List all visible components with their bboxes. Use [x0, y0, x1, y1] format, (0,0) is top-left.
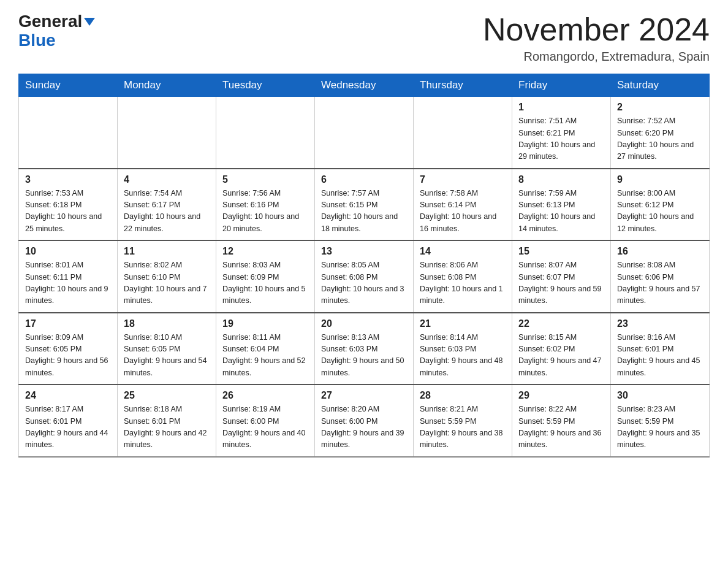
calendar-cell — [315, 97, 414, 169]
day-number: 12 — [222, 246, 308, 257]
calendar-cell: 13Sunrise: 8:05 AMSunset: 6:08 PMDayligh… — [315, 240, 414, 313]
calendar-cell: 20Sunrise: 8:13 AMSunset: 6:03 PMDayligh… — [315, 313, 414, 385]
calendar-cell: 11Sunrise: 8:02 AMSunset: 6:10 PMDayligh… — [118, 240, 216, 313]
sun-info: Sunrise: 8:18 AMSunset: 6:01 PMDaylight:… — [124, 404, 210, 451]
calendar-cell — [19, 97, 118, 169]
day-number: 25 — [124, 390, 210, 401]
calendar-cell — [216, 97, 315, 169]
sun-info: Sunrise: 8:07 AMSunset: 6:07 PMDaylight:… — [518, 259, 604, 307]
calendar-cell: 8Sunrise: 7:59 AMSunset: 6:13 PMDaylight… — [512, 169, 611, 241]
day-number: 24 — [25, 390, 111, 401]
day-number: 30 — [617, 390, 703, 401]
column-header-tuesday: Tuesday — [216, 74, 315, 97]
sun-info: Sunrise: 8:16 AMSunset: 6:01 PMDaylight:… — [617, 332, 703, 380]
sun-info: Sunrise: 8:20 AMSunset: 6:00 PMDaylight:… — [321, 404, 407, 451]
location: Romangordo, Extremadura, Spain — [483, 50, 710, 64]
calendar-week-row: 24Sunrise: 8:17 AMSunset: 6:01 PMDayligh… — [19, 385, 710, 457]
sun-info: Sunrise: 8:08 AMSunset: 6:06 PMDaylight:… — [617, 259, 703, 307]
month-title: November 2024 — [483, 12, 710, 47]
calendar-cell: 2Sunrise: 7:52 AMSunset: 6:20 PMDaylight… — [611, 97, 710, 169]
sun-info: Sunrise: 8:14 AMSunset: 6:03 PMDaylight:… — [420, 332, 506, 380]
day-number: 8 — [518, 174, 604, 185]
day-number: 1 — [518, 102, 604, 113]
day-number: 26 — [222, 390, 308, 401]
sun-info: Sunrise: 8:21 AMSunset: 5:59 PMDaylight:… — [420, 404, 506, 451]
calendar-cell: 7Sunrise: 7:58 AMSunset: 6:14 PMDaylight… — [414, 169, 512, 241]
logo-blue: Blue — [18, 31, 56, 50]
day-number: 2 — [617, 102, 703, 113]
calendar-cell: 23Sunrise: 8:16 AMSunset: 6:01 PMDayligh… — [611, 313, 710, 385]
day-number: 11 — [124, 246, 210, 257]
sun-info: Sunrise: 8:15 AMSunset: 6:02 PMDaylight:… — [518, 332, 604, 380]
calendar-cell: 12Sunrise: 8:03 AMSunset: 6:09 PMDayligh… — [216, 240, 315, 313]
calendar-cell: 26Sunrise: 8:19 AMSunset: 6:00 PMDayligh… — [216, 385, 315, 457]
column-header-monday: Monday — [118, 74, 216, 97]
calendar-week-row: 1Sunrise: 7:51 AMSunset: 6:21 PMDaylight… — [19, 97, 710, 169]
calendar-cell: 28Sunrise: 8:21 AMSunset: 5:59 PMDayligh… — [414, 385, 512, 457]
column-header-wednesday: Wednesday — [315, 74, 414, 97]
calendar-cell: 25Sunrise: 8:18 AMSunset: 6:01 PMDayligh… — [118, 385, 216, 457]
calendar-week-row: 17Sunrise: 8:09 AMSunset: 6:05 PMDayligh… — [19, 313, 710, 385]
sun-info: Sunrise: 8:05 AMSunset: 6:08 PMDaylight:… — [321, 259, 407, 307]
day-number: 16 — [617, 246, 703, 257]
sun-info: Sunrise: 8:03 AMSunset: 6:09 PMDaylight:… — [222, 259, 308, 307]
day-number: 6 — [321, 174, 407, 185]
calendar-cell: 3Sunrise: 7:53 AMSunset: 6:18 PMDaylight… — [19, 169, 118, 241]
day-number: 19 — [222, 318, 308, 329]
calendar-cell: 14Sunrise: 8:06 AMSunset: 6:08 PMDayligh… — [414, 240, 512, 313]
sun-info: Sunrise: 8:23 AMSunset: 5:59 PMDaylight:… — [617, 404, 703, 451]
title-area: November 2024 Romangordo, Extremadura, S… — [483, 12, 710, 64]
sun-info: Sunrise: 8:17 AMSunset: 6:01 PMDaylight:… — [25, 404, 111, 451]
day-number: 7 — [420, 174, 506, 185]
day-number: 28 — [420, 390, 506, 401]
day-number: 3 — [25, 174, 111, 185]
sun-info: Sunrise: 8:11 AMSunset: 6:04 PMDaylight:… — [222, 332, 308, 380]
calendar-cell: 18Sunrise: 8:10 AMSunset: 6:05 PMDayligh… — [118, 313, 216, 385]
sun-info: Sunrise: 8:22 AMSunset: 5:59 PMDaylight:… — [518, 404, 604, 451]
day-number: 29 — [518, 390, 604, 401]
sun-info: Sunrise: 7:58 AMSunset: 6:14 PMDaylight:… — [420, 188, 506, 236]
day-number: 4 — [124, 174, 210, 185]
sun-info: Sunrise: 8:06 AMSunset: 6:08 PMDaylight:… — [420, 259, 506, 307]
calendar-cell: 21Sunrise: 8:14 AMSunset: 6:03 PMDayligh… — [414, 313, 512, 385]
day-number: 27 — [321, 390, 407, 401]
calendar-cell: 22Sunrise: 8:15 AMSunset: 6:02 PMDayligh… — [512, 313, 611, 385]
calendar-cell: 9Sunrise: 8:00 AMSunset: 6:12 PMDaylight… — [611, 169, 710, 241]
sun-info: Sunrise: 8:19 AMSunset: 6:00 PMDaylight:… — [222, 404, 308, 451]
calendar-cell: 15Sunrise: 8:07 AMSunset: 6:07 PMDayligh… — [512, 240, 611, 313]
day-number: 5 — [222, 174, 308, 185]
calendar-cell: 6Sunrise: 7:57 AMSunset: 6:15 PMDaylight… — [315, 169, 414, 241]
page-header: General Blue November 2024 Romangordo, E… — [18, 12, 710, 64]
day-number: 20 — [321, 318, 407, 329]
day-number: 21 — [420, 318, 506, 329]
day-number: 15 — [518, 246, 604, 257]
column-header-thursday: Thursday — [414, 74, 512, 97]
calendar-cell: 10Sunrise: 8:01 AMSunset: 6:11 PMDayligh… — [19, 240, 118, 313]
calendar-cell — [414, 97, 512, 169]
calendar-header-row: SundayMondayTuesdayWednesdayThursdayFrid… — [19, 74, 710, 97]
day-number: 13 — [321, 246, 407, 257]
sun-info: Sunrise: 7:53 AMSunset: 6:18 PMDaylight:… — [25, 188, 111, 236]
calendar-cell: 4Sunrise: 7:54 AMSunset: 6:17 PMDaylight… — [118, 169, 216, 241]
column-header-saturday: Saturday — [611, 74, 710, 97]
calendar-cell: 1Sunrise: 7:51 AMSunset: 6:21 PMDaylight… — [512, 97, 611, 169]
sun-info: Sunrise: 8:13 AMSunset: 6:03 PMDaylight:… — [321, 332, 407, 380]
logo-text: General Blue — [18, 12, 95, 50]
calendar-week-row: 3Sunrise: 7:53 AMSunset: 6:18 PMDaylight… — [19, 169, 710, 241]
day-number: 17 — [25, 318, 111, 329]
day-number: 10 — [25, 246, 111, 257]
calendar-cell: 19Sunrise: 8:11 AMSunset: 6:04 PMDayligh… — [216, 313, 315, 385]
column-header-friday: Friday — [512, 74, 611, 97]
day-number: 18 — [124, 318, 210, 329]
sun-info: Sunrise: 8:02 AMSunset: 6:10 PMDaylight:… — [124, 259, 210, 307]
day-number: 22 — [518, 318, 604, 329]
sun-info: Sunrise: 7:54 AMSunset: 6:17 PMDaylight:… — [124, 188, 210, 236]
day-number: 14 — [420, 246, 506, 257]
sun-info: Sunrise: 7:52 AMSunset: 6:20 PMDaylight:… — [617, 115, 703, 163]
sun-info: Sunrise: 8:09 AMSunset: 6:05 PMDaylight:… — [25, 332, 111, 380]
day-number: 23 — [617, 318, 703, 329]
sun-info: Sunrise: 8:01 AMSunset: 6:11 PMDaylight:… — [25, 259, 111, 307]
calendar-cell: 16Sunrise: 8:08 AMSunset: 6:06 PMDayligh… — [611, 240, 710, 313]
sun-info: Sunrise: 7:57 AMSunset: 6:15 PMDaylight:… — [321, 188, 407, 236]
logo: General Blue — [18, 12, 95, 50]
